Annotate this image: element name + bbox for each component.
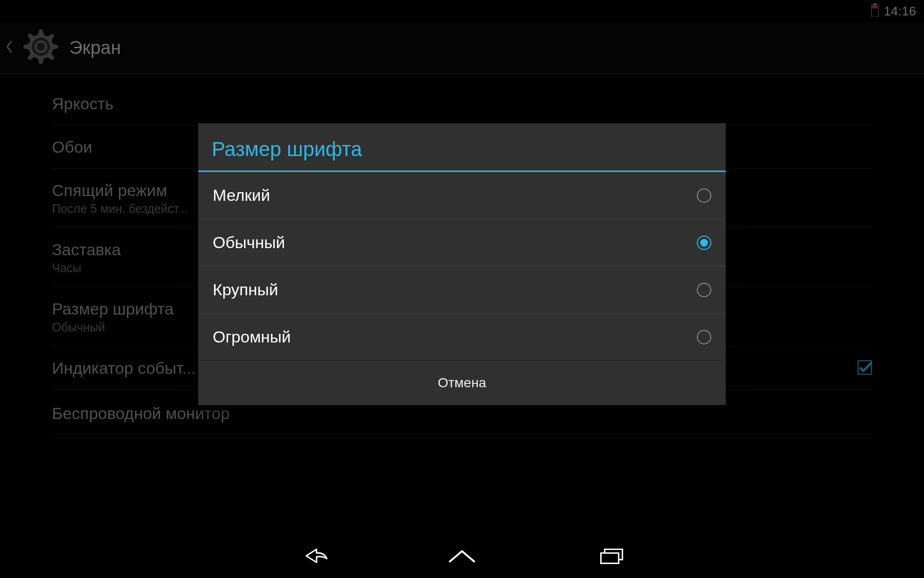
- option-label: Мелкий: [213, 186, 270, 205]
- radio-unchecked-icon: [697, 330, 711, 344]
- cancel-button[interactable]: Отмена: [198, 361, 726, 405]
- svg-rect-6: [601, 553, 619, 563]
- font-option-small[interactable]: Мелкий: [198, 172, 726, 219]
- option-label: Огромный: [213, 328, 291, 346]
- font-option-normal[interactable]: Обычный: [198, 219, 726, 266]
- radio-checked-icon: [697, 236, 711, 250]
- dialog-title: Размер шрифта: [212, 138, 362, 160]
- option-label: Обычный: [213, 233, 285, 252]
- navigation-bar: [0, 534, 924, 578]
- dialog-title-bar: Размер шрифта: [198, 123, 726, 172]
- font-option-large[interactable]: Крупный: [198, 266, 726, 314]
- radio-unchecked-icon: [697, 188, 711, 203]
- nav-home-icon[interactable]: [445, 546, 479, 565]
- font-size-dialog: Размер шрифта Мелкий Обычный Крупный Огр…: [198, 123, 726, 405]
- font-option-huge[interactable]: Огромный: [198, 314, 726, 361]
- option-label: Крупный: [213, 280, 278, 299]
- radio-unchecked-icon: [697, 283, 711, 297]
- dialog-options: Мелкий Обычный Крупный Огромный: [198, 172, 726, 361]
- dialog-footer: Отмена: [198, 361, 726, 405]
- android-settings-screen: 14:16 Экран Яркость: [0, 0, 924, 578]
- nav-back-icon[interactable]: [296, 546, 330, 565]
- nav-recent-icon[interactable]: [594, 546, 628, 565]
